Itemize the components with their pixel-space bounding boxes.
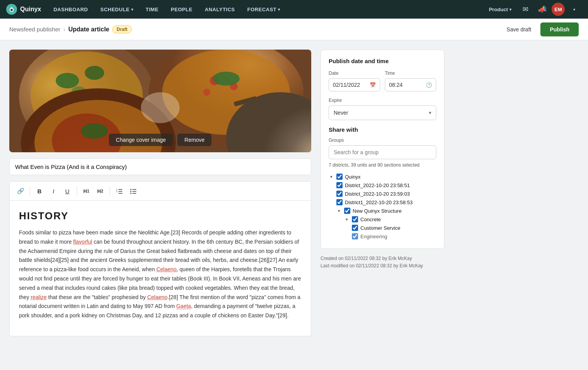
new-quinyx-chevron-icon[interactable]: ▾: [336, 208, 342, 213]
schedule-chevron-icon: ▾: [131, 7, 134, 12]
mail-icon-button[interactable]: ✉: [518, 2, 533, 17]
top-navigation: Quinyx DASHBOARD SCHEDULE ▾ TIME PEOPLE …: [0, 0, 588, 19]
tree-item-new-quinyx: ▾ New Quinyx Structure: [329, 207, 436, 215]
underline-word-flavorful: flavorful: [73, 239, 92, 245]
tree-item-engineering: Engineering: [329, 232, 436, 241]
cover-image-buttons: Change cover image Remove: [109, 134, 211, 146]
svg-point-19: [81, 123, 108, 139]
engineering-checkbox[interactable]: [352, 233, 358, 239]
tree-item-district2: District_2022-10-20 23:59:03: [329, 189, 436, 198]
selected-info: 7 districts, 39 units and 90 sections se…: [329, 162, 436, 168]
underline-word-realize: realize: [31, 294, 46, 300]
h2-button[interactable]: H2: [94, 185, 106, 197]
time-label: Time: [385, 71, 436, 76]
metadata-section: Created on 02/11/2022 08:32 by Erik McKa…: [321, 255, 444, 270]
breadcrumb-bar: Newsfeed publisher › Update article Draf…: [0, 19, 588, 40]
change-cover-image-button[interactable]: Change cover image: [109, 134, 173, 146]
article-title-input[interactable]: [9, 158, 311, 175]
h1-button[interactable]: H1: [80, 185, 93, 197]
tree-item-quinyx: ▾ Quinyx: [329, 172, 436, 181]
unordered-list-button[interactable]: [127, 185, 139, 197]
expire-select[interactable]: Never ▾: [329, 105, 436, 120]
district3-checkbox[interactable]: [336, 199, 343, 205]
underline-button[interactable]: U: [61, 185, 74, 197]
breadcrumb-actions: Save draft Publish: [502, 22, 579, 36]
logo[interactable]: Quinyx: [6, 4, 41, 15]
svg-text:2.: 2.: [116, 190, 118, 193]
concrete-checkbox[interactable]: [352, 216, 358, 222]
remove-cover-image-button[interactable]: Remove: [178, 134, 212, 146]
concrete-chevron-icon[interactable]: ▾: [344, 217, 350, 222]
toolbar-separator-2: [77, 186, 77, 196]
svg-point-28: [130, 191, 132, 192]
editor-area: Change cover image Remove 🔗 B I U H1 H2 …: [9, 50, 311, 336]
calendar-icon: 📅: [370, 82, 376, 88]
content-body: Foods similar to pizza have been made si…: [19, 228, 302, 320]
nav-analytics[interactable]: ANALYTICS: [200, 0, 240, 19]
cover-image-container: Change cover image Remove: [9, 50, 311, 152]
svg-point-4: [56, 73, 79, 88]
logo-icon: [6, 4, 17, 15]
user-avatar[interactable]: EM: [552, 3, 565, 16]
link-button[interactable]: 🔗: [14, 185, 27, 197]
nav-forecast[interactable]: FORECAST ▾: [243, 0, 285, 19]
svg-point-11: [203, 89, 210, 96]
publish-date-card: Publish date and time Date 02/11/2022 📅 …: [321, 50, 444, 249]
nav-time[interactable]: TIME: [141, 0, 163, 19]
publish-button[interactable]: Publish: [540, 22, 579, 36]
expire-chevron-icon: ▾: [429, 110, 431, 115]
quinyx-checkbox[interactable]: [336, 174, 343, 180]
group-tree: ▾ Quinyx District_2022-10-20 23:58:51 Di…: [329, 172, 436, 241]
date-time-row: Date 02/11/2022 📅 Time 08:24 🕐: [329, 71, 436, 91]
quinyx-chevron-icon[interactable]: ▾: [329, 174, 334, 179]
nav-people[interactable]: PEOPLE: [166, 0, 197, 19]
date-input[interactable]: 02/11/2022 📅: [329, 78, 380, 91]
nav-dashboard[interactable]: DASHBOARD: [49, 0, 93, 19]
tree-item-district1: District_2022-10-20 23:58:51: [329, 181, 436, 189]
tree-item-concrete: ▾ Concrete: [329, 215, 436, 224]
editor-content[interactable]: HISTORY Foods similar to pizza have been…: [9, 201, 311, 336]
draft-badge: Draft: [112, 26, 132, 33]
notification-icon-button[interactable]: 📣: [535, 2, 550, 17]
bold-button[interactable]: B: [33, 185, 46, 197]
breadcrumb-parent[interactable]: Newsfeed publisher: [9, 26, 60, 33]
toolbar-separator-1: [30, 186, 30, 196]
publish-date-title: Publish date and time: [329, 58, 436, 64]
customer-service-checkbox[interactable]: [352, 225, 358, 231]
date-label: Date: [329, 71, 380, 76]
save-draft-button[interactable]: Save draft: [502, 23, 536, 36]
tree-item-customer-service: Customer Service: [329, 224, 436, 232]
svg-point-29: [130, 193, 132, 194]
user-chevron-icon[interactable]: ▾: [566, 2, 582, 17]
svg-point-5: [85, 66, 104, 80]
district2-checkbox[interactable]: [336, 191, 343, 197]
product-chevron-icon: ▾: [509, 7, 511, 12]
expire-label: Expire: [329, 98, 436, 103]
new-quinyx-checkbox[interactable]: [344, 208, 350, 214]
underline-word-celaeno2: Celaeno: [147, 294, 167, 300]
content-heading: HISTORY: [19, 210, 302, 222]
italic-button[interactable]: I: [47, 185, 60, 197]
date-field: Date 02/11/2022 📅: [329, 71, 380, 91]
breadcrumb-separator: ›: [63, 26, 65, 33]
share-with-title: Share with: [329, 126, 436, 133]
underline-word-gaeta: Gaeta: [176, 303, 191, 309]
svg-point-0: [10, 9, 12, 11]
main-layout: Change cover image Remove 🔗 B I U H1 H2 …: [0, 40, 588, 346]
breadcrumb-current: Update article: [68, 26, 109, 33]
sidebar-panel: Publish date and time Date 02/11/2022 📅 …: [321, 50, 444, 336]
group-search-input[interactable]: [329, 145, 436, 159]
underline-word-celaeno: Celaeno: [156, 266, 177, 272]
svg-point-21: [141, 92, 180, 123]
district1-checkbox[interactable]: [336, 182, 343, 188]
nav-schedule[interactable]: SCHEDULE ▾: [96, 0, 138, 19]
nav-product[interactable]: Product ▾: [484, 0, 516, 19]
time-field: Time 08:24 🕐: [385, 71, 436, 91]
svg-point-12: [213, 72, 240, 86]
tree-item-district3: District1_2022-10-20 23:58:53: [329, 198, 436, 207]
toolbar-separator-3: [110, 186, 110, 196]
svg-point-27: [130, 189, 132, 190]
time-input[interactable]: 08:24 🕐: [385, 78, 436, 91]
ordered-list-button[interactable]: 1. 2.: [113, 185, 125, 197]
clock-icon: 🕐: [426, 82, 432, 88]
